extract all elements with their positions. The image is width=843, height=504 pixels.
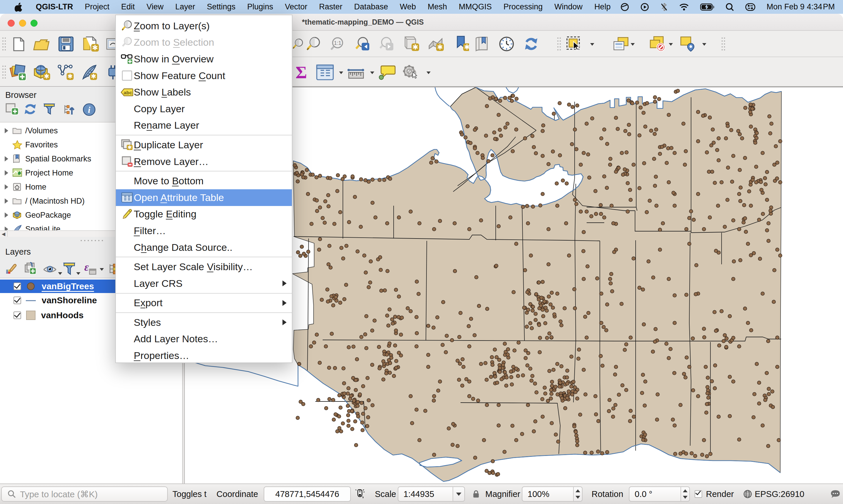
svg-text:✱: ✱ xyxy=(464,43,469,51)
svg-text:✱: ✱ xyxy=(412,43,418,51)
svg-text:✱: ✱ xyxy=(91,73,96,80)
svg-text:✱: ✱ xyxy=(127,145,132,150)
svg-text:ε: ε xyxy=(84,262,89,273)
svg-text:abc: abc xyxy=(123,90,132,95)
svg-text:✱: ✱ xyxy=(44,73,49,80)
svg-text:i: i xyxy=(88,105,91,114)
svg-text:✱: ✱ xyxy=(92,44,98,52)
svg-text:✱: ✱ xyxy=(67,73,73,80)
svg-text:1:1: 1:1 xyxy=(334,40,341,46)
svg-text:✱: ✱ xyxy=(437,43,443,51)
svg-text:Σ: Σ xyxy=(295,64,307,80)
